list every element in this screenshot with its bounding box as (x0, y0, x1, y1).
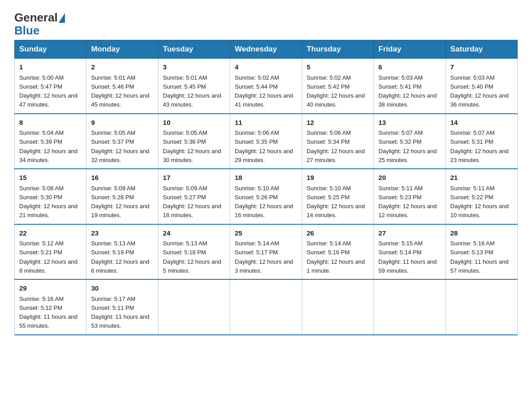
day-info: Sunrise: 5:01 AMSunset: 5:45 PMDaylight:… (163, 74, 221, 108)
calendar-day-cell: 15 Sunrise: 5:08 AMSunset: 5:30 PMDaylig… (15, 169, 86, 224)
weekday-header-friday: Friday (374, 40, 446, 59)
day-number: 1 (19, 62, 82, 73)
day-info: Sunrise: 5:13 AMSunset: 5:18 PMDaylight:… (163, 240, 221, 274)
calendar-day-cell: 26 Sunrise: 5:14 AMSunset: 5:16 PMDaylig… (302, 224, 373, 280)
day-number: 28 (450, 228, 513, 239)
day-info: Sunrise: 5:16 AMSunset: 5:13 PMDaylight:… (450, 240, 509, 274)
weekday-header-monday: Monday (86, 40, 158, 59)
calendar-week-row: 1 Sunrise: 5:00 AMSunset: 5:47 PMDayligh… (15, 59, 518, 114)
day-info: Sunrise: 5:05 AMSunset: 5:36 PMDaylight:… (163, 129, 221, 163)
day-number: 30 (91, 283, 153, 294)
day-info: Sunrise: 5:08 AMSunset: 5:30 PMDaylight:… (19, 185, 77, 219)
day-info: Sunrise: 5:07 AMSunset: 5:31 PMDaylight:… (450, 129, 509, 163)
calendar-week-row: 29 Sunrise: 5:16 AMSunset: 5:12 PMDaylig… (15, 279, 518, 335)
day-number: 20 (378, 173, 441, 183)
day-number: 12 (307, 118, 369, 128)
weekday-header-saturday: Saturday (446, 40, 517, 59)
day-number: 3 (163, 62, 225, 73)
day-number: 6 (378, 62, 441, 73)
day-info: Sunrise: 5:17 AMSunset: 5:11 PMDaylight:… (91, 295, 149, 330)
calendar-day-cell: 11 Sunrise: 5:06 AMSunset: 5:35 PMDaylig… (230, 114, 302, 169)
weekday-header-tuesday: Tuesday (158, 40, 230, 59)
calendar-day-cell: 29 Sunrise: 5:16 AMSunset: 5:12 PMDaylig… (15, 279, 86, 335)
day-number: 13 (378, 118, 441, 128)
calendar-day-cell: 4 Sunrise: 5:02 AMSunset: 5:44 PMDayligh… (230, 59, 302, 114)
day-number: 11 (235, 118, 297, 128)
calendar-day-cell: 7 Sunrise: 5:03 AMSunset: 5:40 PMDayligh… (446, 59, 517, 114)
calendar-day-cell: 25 Sunrise: 5:14 AMSunset: 5:17 PMDaylig… (230, 224, 302, 280)
calendar-week-row: 8 Sunrise: 5:04 AMSunset: 5:39 PMDayligh… (15, 114, 518, 169)
calendar-day-cell: 9 Sunrise: 5:05 AMSunset: 5:37 PMDayligh… (86, 114, 158, 169)
calendar-day-cell: 28 Sunrise: 5:16 AMSunset: 5:13 PMDaylig… (446, 224, 517, 280)
day-number: 2 (91, 62, 153, 73)
day-number: 19 (307, 173, 369, 183)
calendar-week-row: 22 Sunrise: 5:12 AMSunset: 5:21 PMDaylig… (15, 224, 518, 280)
day-info: Sunrise: 5:03 AMSunset: 5:40 PMDaylight:… (450, 74, 509, 108)
calendar-day-cell (302, 279, 373, 335)
day-info: Sunrise: 5:00 AMSunset: 5:47 PMDaylight:… (19, 74, 77, 108)
weekday-header-sunday: Sunday (15, 40, 86, 59)
calendar-day-cell: 18 Sunrise: 5:10 AMSunset: 5:26 PMDaylig… (230, 169, 302, 224)
logo-blue-text: Blue (14, 24, 39, 37)
day-info: Sunrise: 5:01 AMSunset: 5:46 PMDaylight:… (91, 74, 149, 108)
page-header: General Blue (14, 11, 518, 36)
calendar-day-cell: 10 Sunrise: 5:05 AMSunset: 5:36 PMDaylig… (158, 114, 230, 169)
day-info: Sunrise: 5:09 AMSunset: 5:28 PMDaylight:… (91, 185, 149, 219)
day-number: 18 (235, 173, 297, 183)
day-info: Sunrise: 5:06 AMSunset: 5:34 PMDaylight:… (307, 129, 365, 163)
day-info: Sunrise: 5:16 AMSunset: 5:12 PMDaylight:… (19, 295, 77, 330)
calendar-day-cell: 22 Sunrise: 5:12 AMSunset: 5:21 PMDaylig… (15, 224, 86, 280)
calendar-day-cell: 23 Sunrise: 5:13 AMSunset: 5:19 PMDaylig… (86, 224, 158, 280)
calendar-day-cell: 19 Sunrise: 5:10 AMSunset: 5:25 PMDaylig… (302, 169, 373, 224)
weekday-header-thursday: Thursday (302, 40, 373, 59)
calendar-day-cell: 27 Sunrise: 5:15 AMSunset: 5:14 PMDaylig… (374, 224, 446, 280)
day-number: 22 (19, 228, 82, 239)
calendar-day-cell: 8 Sunrise: 5:04 AMSunset: 5:39 PMDayligh… (15, 114, 86, 169)
day-info: Sunrise: 5:02 AMSunset: 5:44 PMDaylight:… (235, 74, 293, 108)
calendar-day-cell (374, 279, 446, 335)
day-number: 23 (91, 228, 153, 239)
day-number: 25 (235, 228, 297, 239)
calendar-day-cell: 1 Sunrise: 5:00 AMSunset: 5:47 PMDayligh… (15, 59, 86, 114)
day-info: Sunrise: 5:10 AMSunset: 5:26 PMDaylight:… (235, 185, 293, 219)
day-number: 8 (19, 118, 82, 128)
day-number: 21 (450, 173, 513, 183)
day-number: 17 (163, 173, 225, 183)
day-info: Sunrise: 5:02 AMSunset: 5:42 PMDaylight:… (307, 74, 365, 108)
day-info: Sunrise: 5:14 AMSunset: 5:16 PMDaylight:… (307, 240, 365, 274)
day-number: 16 (91, 173, 153, 183)
day-info: Sunrise: 5:04 AMSunset: 5:39 PMDaylight:… (19, 129, 77, 163)
day-number: 4 (235, 62, 297, 73)
calendar-day-cell: 17 Sunrise: 5:09 AMSunset: 5:27 PMDaylig… (158, 169, 230, 224)
day-info: Sunrise: 5:15 AMSunset: 5:14 PMDaylight:… (378, 240, 437, 274)
day-number: 10 (163, 118, 225, 128)
day-number: 26 (307, 228, 369, 239)
day-info: Sunrise: 5:05 AMSunset: 5:37 PMDaylight:… (91, 129, 149, 163)
day-number: 5 (307, 62, 369, 73)
calendar-day-cell: 6 Sunrise: 5:03 AMSunset: 5:41 PMDayligh… (374, 59, 446, 114)
day-number: 27 (378, 228, 441, 239)
calendar-day-cell: 16 Sunrise: 5:09 AMSunset: 5:28 PMDaylig… (86, 169, 158, 224)
calendar-table: SundayMondayTuesdayWednesdayThursdayFrid… (14, 40, 518, 335)
calendar-day-cell: 2 Sunrise: 5:01 AMSunset: 5:46 PMDayligh… (86, 59, 158, 114)
day-number: 15 (19, 173, 82, 183)
calendar-day-cell (158, 279, 230, 335)
logo-general-text: General (14, 11, 58, 25)
calendar-day-cell: 14 Sunrise: 5:07 AMSunset: 5:31 PMDaylig… (446, 114, 517, 169)
calendar-day-cell: 24 Sunrise: 5:13 AMSunset: 5:18 PMDaylig… (158, 224, 230, 280)
calendar-header-row: SundayMondayTuesdayWednesdayThursdayFrid… (15, 40, 518, 59)
day-info: Sunrise: 5:10 AMSunset: 5:25 PMDaylight:… (307, 185, 365, 219)
calendar-day-cell: 13 Sunrise: 5:07 AMSunset: 5:32 PMDaylig… (374, 114, 446, 169)
day-number: 29 (19, 283, 82, 294)
calendar-day-cell: 21 Sunrise: 5:11 AMSunset: 5:22 PMDaylig… (446, 169, 517, 224)
calendar-day-cell: 5 Sunrise: 5:02 AMSunset: 5:42 PMDayligh… (302, 59, 373, 114)
day-info: Sunrise: 5:06 AMSunset: 5:35 PMDaylight:… (235, 129, 293, 163)
day-info: Sunrise: 5:09 AMSunset: 5:27 PMDaylight:… (163, 185, 221, 219)
day-info: Sunrise: 5:11 AMSunset: 5:23 PMDaylight:… (378, 185, 437, 219)
day-info: Sunrise: 5:07 AMSunset: 5:32 PMDaylight:… (378, 129, 437, 163)
day-number: 9 (91, 118, 153, 128)
calendar-day-cell (230, 279, 302, 335)
day-info: Sunrise: 5:13 AMSunset: 5:19 PMDaylight:… (91, 240, 149, 274)
calendar-day-cell (446, 279, 517, 335)
weekday-header-wednesday: Wednesday (230, 40, 302, 59)
